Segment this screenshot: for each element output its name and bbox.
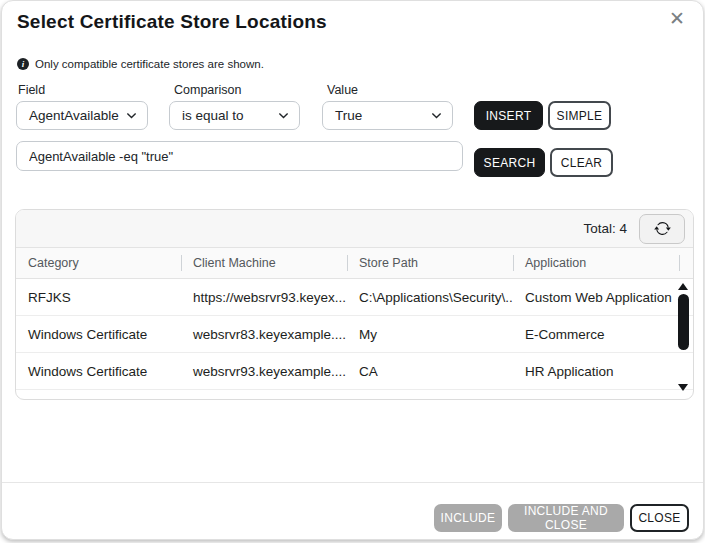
query-input[interactable]: [16, 141, 463, 171]
cell-application: Custom Web Application: [513, 290, 683, 305]
comparison-select-value: is equal to: [182, 108, 278, 123]
scroll-up-icon[interactable]: [678, 283, 688, 290]
comparison-label: Comparison: [174, 83, 241, 97]
vertical-scrollbar[interactable]: [676, 283, 690, 391]
column-header-application[interactable]: Application: [513, 248, 683, 278]
table-row[interactable]: Windows Certificate websrvr93.keyexample…: [16, 353, 693, 390]
chevron-down-icon: [278, 110, 289, 121]
refresh-button[interactable]: [639, 214, 685, 244]
search-button[interactable]: SEARCH: [474, 148, 545, 177]
results-panel: Total: 4 Category Client Machine Store P…: [15, 209, 694, 400]
field-select[interactable]: AgentAvailable: [16, 101, 148, 130]
close-button[interactable]: CLOSE: [630, 504, 689, 532]
screen: Select Certificate Store Locations ✕ i O…: [0, 0, 705, 543]
table-row[interactable]: Windows Certificate websrvr83.keyexample…: [16, 316, 693, 353]
table-body: RFJKS https://websrvr93.keyex... C:\Appl…: [16, 279, 693, 390]
simple-button[interactable]: SIMPLE: [548, 101, 611, 130]
cell-application: E-Commerce: [513, 327, 683, 342]
cell-category: Windows Certificate: [16, 364, 181, 379]
cell-client-machine: websrvr93.keyexample....: [181, 364, 347, 379]
cell-client-machine: websrvr83.keyexample....: [181, 327, 347, 342]
field-label: Field: [18, 83, 45, 97]
close-icon[interactable]: ✕: [669, 8, 685, 30]
footer-actions: INCLUDE INCLUDE AND CLOSE CLOSE: [434, 504, 689, 532]
column-header-store-path[interactable]: Store Path: [347, 248, 513, 278]
dialog-title: Select Certificate Store Locations: [17, 11, 327, 33]
cell-store-path: C:\Applications\Security\...: [347, 290, 513, 305]
table-header-row: Category Client Machine Store Path Appli…: [16, 248, 693, 279]
value-select-value: True: [335, 108, 431, 123]
cell-category: RFJKS: [16, 290, 181, 305]
include-and-close-button[interactable]: INCLUDE AND CLOSE: [508, 504, 624, 532]
column-header-client-machine[interactable]: Client Machine: [181, 248, 347, 278]
insert-button[interactable]: INSERT: [474, 101, 543, 130]
cell-store-path: My: [347, 327, 513, 342]
value-label: Value: [327, 83, 358, 97]
value-select[interactable]: True: [322, 101, 453, 130]
column-header-category[interactable]: Category: [16, 248, 181, 278]
cell-store-path: CA: [347, 364, 513, 379]
include-button[interactable]: INCLUDE: [434, 504, 502, 532]
info-icon: i: [17, 58, 29, 70]
cell-category: Windows Certificate: [16, 327, 181, 342]
clear-button[interactable]: CLEAR: [550, 148, 613, 177]
info-text: Only compatible certificate stores are s…: [35, 58, 264, 70]
scrollbar-thumb[interactable]: [678, 294, 689, 350]
footer-divider: [2, 482, 703, 483]
total-count: Total: 4: [583, 221, 627, 236]
cell-client-machine: https://websrvr93.keyex...: [181, 290, 347, 305]
column-divider: [679, 248, 680, 278]
cell-application: HR Application: [513, 364, 683, 379]
scroll-down-icon[interactable]: [678, 384, 688, 391]
select-certificate-store-locations-dialog: Select Certificate Store Locations ✕ i O…: [1, 0, 704, 540]
chevron-down-icon: [431, 110, 442, 121]
field-select-value: AgentAvailable: [29, 108, 126, 123]
comparison-select[interactable]: is equal to: [169, 101, 300, 130]
refresh-icon: [654, 220, 671, 237]
info-banner: i Only compatible certificate stores are…: [17, 58, 264, 70]
table-row[interactable]: RFJKS https://websrvr93.keyex... C:\Appl…: [16, 279, 693, 316]
chevron-down-icon: [126, 110, 137, 121]
results-toolbar: Total: 4: [16, 210, 693, 248]
